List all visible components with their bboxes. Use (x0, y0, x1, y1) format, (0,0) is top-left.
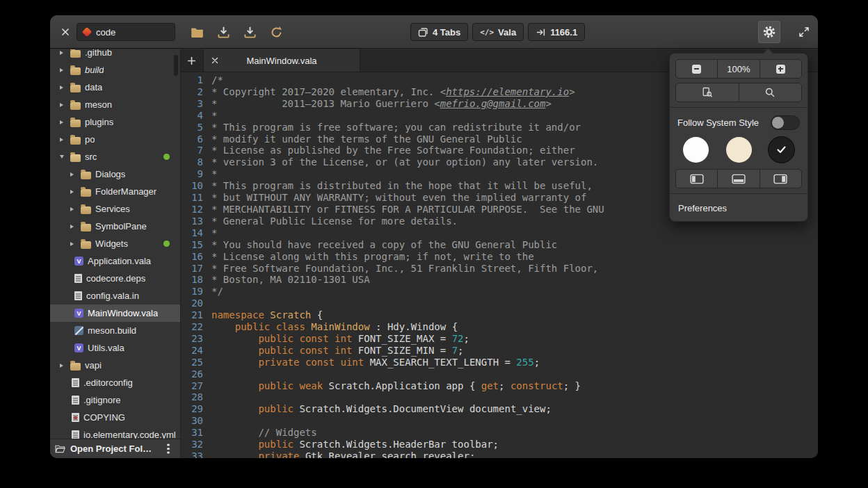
expand-arrow-icon[interactable] (57, 120, 66, 124)
code-line[interactable]: 30 (181, 415, 818, 427)
tree-item-label: src (85, 152, 97, 162)
tree-item-symbolpane[interactable]: SymbolPane (50, 218, 180, 235)
tree-item-label: Widgets (95, 238, 128, 249)
zoom-default-button[interactable]: 100% (718, 60, 760, 78)
expand-arrow-icon[interactable] (57, 103, 66, 107)
code-line[interactable]: 31 // Widgets (181, 427, 818, 439)
tree-item--editorconfig[interactable]: .editorconfig (50, 374, 180, 391)
zoom-out-button[interactable] (676, 60, 718, 78)
save-icon (217, 26, 230, 39)
find-button[interactable] (739, 83, 802, 101)
tree-item--github[interactable]: .github (50, 49, 180, 61)
fullscreen-button[interactable] (794, 21, 814, 43)
code-line[interactable]: 25 private const uint MAX_SEARCH_TEXT_LE… (181, 357, 818, 368)
settings-menu-button[interactable] (758, 21, 780, 43)
settings-popover: 100% Follow System Style (669, 53, 808, 222)
tabs-overview-button[interactable]: 4 Tabs (410, 23, 468, 41)
project-chooser-button[interactable]: code (77, 23, 175, 41)
expand-arrow-icon[interactable] (67, 225, 77, 229)
tree-item-plugins[interactable]: plugins (50, 113, 180, 131)
find-in-files-button[interactable] (676, 83, 739, 101)
code-line[interactable]: 23 public const int FONT_SIZE_MAX = 72; (181, 333, 818, 345)
window-close-button[interactable] (58, 25, 72, 39)
open-file-button[interactable] (186, 22, 207, 42)
code-line[interactable]: 33 private Gtk.Revealer search_revealer; (181, 450, 818, 458)
code-line[interactable]: 32 public Scratch.Widgets.HeaderBar tool… (181, 439, 818, 450)
code-text: * (210, 227, 217, 239)
tree-item-po[interactable]: po (50, 131, 180, 148)
code-line[interactable]: 28 (181, 391, 818, 403)
tree-item-src[interactable]: src (50, 148, 180, 165)
toggle-bottom-panel-button[interactable] (718, 170, 760, 188)
tree-item-widgets[interactable]: Widgets (50, 235, 180, 252)
expand-arrow-icon[interactable] (67, 172, 77, 177)
open-folder-icon (55, 444, 65, 453)
tree-item-services[interactable]: Services (50, 200, 180, 218)
tree-item-dialogs[interactable]: Dialogs (50, 165, 180, 183)
code-line[interactable]: 27 public weak Scratch.Application app {… (181, 380, 818, 392)
expand-arrow-icon[interactable] (67, 207, 77, 211)
folder-icon (70, 363, 81, 371)
code-line[interactable]: 16* License along with this program; if … (181, 251, 818, 263)
tree-item-codecore-deps[interactable]: codecore.deps (50, 270, 180, 287)
collapse-arrow-icon[interactable] (57, 155, 66, 158)
follow-system-style-switch[interactable] (771, 115, 800, 130)
sepia-style-button[interactable] (726, 137, 752, 163)
code-line[interactable]: 21namespace Scratch { (181, 309, 818, 321)
save-as-button[interactable] (239, 22, 260, 42)
save-button[interactable] (213, 22, 234, 42)
expand-arrow-icon[interactable] (57, 68, 66, 72)
line-number: 31 (181, 427, 210, 439)
tree-item-foldermanager[interactable]: FolderManager (50, 183, 180, 200)
tree-item-build[interactable]: build (50, 61, 180, 79)
light-style-button[interactable] (683, 137, 709, 163)
folder-icon (70, 137, 81, 145)
expand-arrow-icon[interactable] (67, 242, 77, 246)
build-icon (74, 326, 83, 335)
expand-arrow-icon[interactable] (57, 86, 66, 90)
tree-item-application-vala[interactable]: VApplication.vala (50, 252, 180, 270)
tab-close-button[interactable] (209, 55, 220, 66)
code-line[interactable]: 26 (181, 368, 818, 380)
code-line[interactable]: 14* (181, 227, 818, 239)
language-button[interactable]: </> Vala (472, 23, 524, 41)
line-number: 23 (181, 333, 210, 345)
tab-mainwindow-vala[interactable]: MainWindow.vala (203, 49, 360, 72)
tree-item-utils-vala[interactable]: VUtils.vala (50, 339, 180, 357)
project-menu-button[interactable] (161, 441, 175, 457)
tree-item-config-vala-in[interactable]: config.vala.in (50, 287, 180, 304)
tree-item-vapi[interactable]: vapi (50, 357, 180, 374)
toggle-sidebar-button[interactable] (676, 170, 718, 188)
tree-item-meson[interactable]: meson (50, 96, 180, 113)
tree-item-copying[interactable]: COPYING (50, 409, 180, 426)
open-project-folder-button[interactable]: Open Project Folder… (70, 444, 156, 454)
code-line[interactable]: 15* You should have received a copy of t… (181, 239, 818, 251)
code-line[interactable]: 29 public Scratch.Widgets.DocumentView d… (181, 403, 818, 415)
kebab-menu-icon (167, 448, 170, 450)
expand-arrow-icon[interactable] (57, 364, 66, 368)
code-line[interactable]: 18* Boston, MA 02110-1301 USA (181, 274, 818, 286)
code-text (210, 298, 211, 309)
sidebar-scrollbar[interactable] (174, 55, 178, 76)
tree-item--gitignore[interactable]: .gitignore (50, 391, 180, 409)
tree-item-mainwindow-vala[interactable]: VMainWindow.vala (50, 304, 180, 322)
expand-arrow-icon[interactable] (67, 190, 77, 194)
code-line[interactable]: 20 (181, 298, 818, 309)
code-line[interactable]: 17* Free Software Foundation, Inc., 51 F… (181, 263, 818, 275)
tree-item-meson-build[interactable]: meson.build (50, 322, 180, 339)
tree-item-data[interactable]: data (50, 79, 180, 96)
code-line[interactable]: 22 public class MainWindow : Hdy.Window … (181, 321, 818, 333)
code-line[interactable]: 24 public const int FONT_SIZE_MIN = 7; (181, 345, 818, 357)
expand-arrow-icon[interactable] (57, 51, 66, 55)
preferences-menu-item[interactable]: Preferences (675, 199, 802, 217)
toggle-symbol-pane-button[interactable] (760, 170, 801, 188)
zoom-out-icon (692, 65, 701, 74)
expand-arrow-icon[interactable] (57, 138, 66, 142)
tree-item-label: plugins (85, 117, 113, 127)
new-tab-button[interactable] (181, 49, 202, 72)
zoom-in-button[interactable] (760, 60, 801, 78)
code-line[interactable]: 19*/ (181, 286, 818, 298)
revert-button[interactable] (266, 22, 287, 42)
dark-style-button[interactable] (769, 137, 794, 163)
goto-line-button[interactable]: 1166.1 (528, 23, 585, 41)
